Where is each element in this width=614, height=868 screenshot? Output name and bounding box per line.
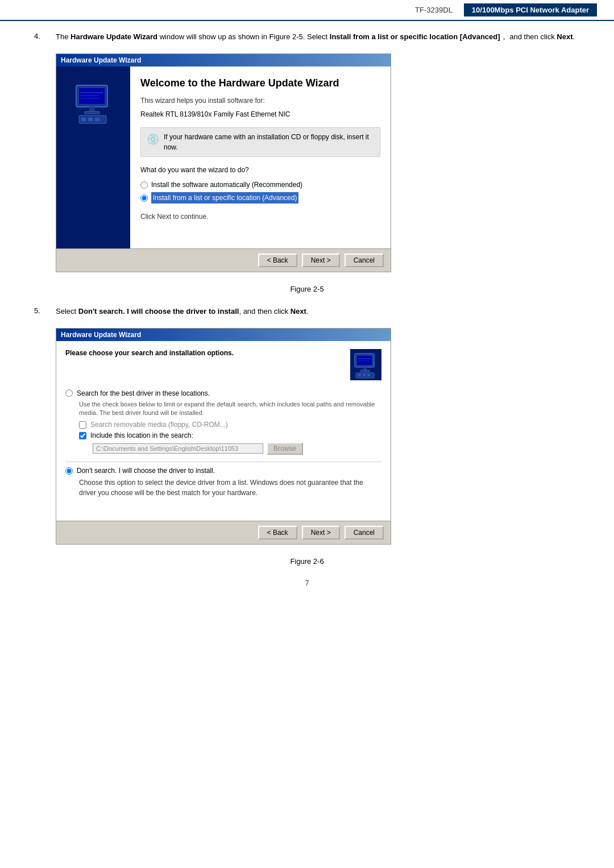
- dialog2-header-row: Please choose your search and installati…: [65, 349, 381, 380]
- svg-rect-18: [360, 370, 370, 372]
- dialog2-window: Hardware Update Wizard Please choose you…: [56, 328, 391, 545]
- dialog2-path-input[interactable]: [93, 443, 263, 454]
- dialog2-dont-option-row: Don't search. I will choose the driver t…: [65, 467, 381, 475]
- dialog2-cancel-button[interactable]: Cancel: [345, 526, 384, 539]
- dialog2-browse-button[interactable]: Browse: [267, 442, 303, 455]
- dialog2-hardware-icon: [350, 349, 381, 380]
- page-header: TF-3239DL 10/100Mbps PCI Network Adapter: [0, 0, 614, 21]
- dialog1-continue: Click Next to continue.: [140, 211, 380, 222]
- dialog1-sidebar: [56, 67, 130, 248]
- step4-number: 4.: [34, 31, 56, 40]
- page-number: 7: [34, 579, 580, 587]
- dialog2-search-section: Search for the best driver in these loca…: [65, 389, 381, 455]
- svg-rect-6: [89, 107, 95, 111]
- dialog1-titlebar: Hardware Update Wizard: [56, 54, 391, 67]
- step5-bold2: Next: [291, 307, 306, 315]
- dialog2-body: Please choose your search and installati…: [56, 341, 391, 521]
- step4-bold2: Install from a list or specific location…: [330, 32, 500, 41]
- dialog1-radio2[interactable]: [140, 194, 148, 202]
- dialog2-sub2-checkbox[interactable]: [79, 432, 86, 439]
- svg-rect-20: [358, 374, 361, 376]
- hardware-wizard-icon: [68, 77, 119, 128]
- dialog2-sub2-row: Include this location in the search:: [79, 431, 381, 439]
- dialog1-cd-text: If your hardware came with an installati…: [164, 132, 374, 152]
- step5-block: 5. Select Don't search. I will choose th…: [34, 306, 580, 545]
- cd-icon: 💿: [147, 132, 159, 147]
- dialog2-search-option-row: Search for the best driver in these loca…: [65, 389, 381, 397]
- dialog2-search-label: Search for the best driver in these loca…: [77, 389, 210, 397]
- step4-row: 4. The Hardware Update Wizard window wil…: [34, 31, 580, 43]
- dialog2-sub1-checkbox[interactable]: [79, 421, 86, 429]
- dialog1-option1-label: Install the software automatically (Reco…: [151, 180, 302, 190]
- dialog1-subtitle: This wizard helps you install software f…: [140, 95, 380, 106]
- dialog2-footer: < Back Next > Cancel: [56, 521, 391, 544]
- dialog2-divider: [65, 462, 381, 462]
- header-model: TF-3239DL: [415, 6, 453, 14]
- svg-rect-2: [79, 88, 105, 104]
- dialog1-footer: < Back Next > Cancel: [56, 248, 391, 272]
- header-product: 10/100Mbps PCI Network Adapter: [464, 3, 597, 16]
- dialog1-back-button[interactable]: < Back: [258, 254, 297, 267]
- dialog2-search-radio[interactable]: [65, 389, 73, 397]
- dialog2-back-button[interactable]: < Back: [258, 526, 297, 539]
- svg-rect-21: [363, 374, 366, 376]
- step5-bold1: Don't search. I will choose the driver t…: [78, 307, 239, 315]
- dialog1-radio1[interactable]: [140, 181, 148, 189]
- dialog2-dont-section: Don't search. I will choose the driver t…: [65, 467, 381, 498]
- dialog1-option2-label: Install from a list or specific location…: [151, 192, 298, 203]
- svg-rect-7: [85, 111, 99, 114]
- step4-block: 4. The Hardware Update Wizard window wil…: [34, 31, 580, 272]
- dialog1-option2: Install from a list or specific location…: [140, 192, 380, 203]
- dialog1-question: What do you want the wizard to do?: [140, 165, 380, 175]
- svg-rect-17: [363, 367, 367, 370]
- dialog2-dont-desc: Choose this option to select the device …: [79, 477, 381, 498]
- svg-rect-14: [357, 356, 372, 365]
- dialog2-spacer: [65, 505, 381, 516]
- dialog2-dont-radio[interactable]: [65, 467, 73, 475]
- dialog2-dont-label: Don't search. I will choose the driver t…: [77, 467, 215, 475]
- dialog2-path-row: Browse: [93, 442, 381, 455]
- dialog2-sub-options: Use the check boxes below to limit or ex…: [79, 400, 381, 455]
- dialog2-sub1-label: Search removable media (floppy, CD-ROM..…: [90, 421, 228, 429]
- step5-row: 5. Select Don't search. I will choose th…: [34, 306, 580, 318]
- figure6-caption: Figure 2-6: [34, 557, 580, 566]
- dialog2-next-button[interactable]: Next >: [302, 526, 340, 539]
- svg-rect-11: [95, 118, 99, 121]
- dialog1-next-button[interactable]: Next >: [302, 254, 340, 267]
- dialog1-device: Realtek RTL 8139/810x Family Fast Ethern…: [140, 109, 380, 119]
- dialog2-sub2-label: Include this location in the search:: [90, 431, 193, 439]
- step4-text: The Hardware Update Wizard window will s…: [56, 31, 575, 43]
- dialog1-main: Welcome to the Hardware Update Wizard Th…: [130, 67, 391, 248]
- step5-text: Select Don't search. I will choose the d…: [56, 306, 309, 318]
- svg-rect-9: [81, 118, 86, 121]
- svg-rect-22: [367, 374, 370, 376]
- dialog1-window: Hardware Update Wizard: [56, 53, 391, 272]
- dialog1-option1: Install the software automatically (Reco…: [140, 180, 380, 190]
- svg-rect-10: [88, 118, 93, 121]
- figure5-caption: Figure 2-5: [34, 285, 580, 293]
- dialog1-cancel-button[interactable]: Cancel: [345, 254, 384, 267]
- step5-number: 5.: [34, 306, 56, 315]
- dialog2-sub1-row: Search removable media (floppy, CD-ROM..…: [79, 421, 381, 429]
- dialog1-title: Welcome to the Hardware Update Wizard: [140, 77, 380, 90]
- dialog2-header-text: Please choose your search and installati…: [65, 349, 234, 357]
- dialog1-body: Welcome to the Hardware Update Wizard Th…: [56, 67, 391, 248]
- page-content: 4. The Hardware Update Wizard window wil…: [0, 31, 614, 610]
- dialog2-titlebar: Hardware Update Wizard: [56, 329, 391, 341]
- dialog2-search-desc: Use the check boxes below to limit or ex…: [79, 400, 381, 418]
- dialog1-cd-notice: 💿 If your hardware came with an installa…: [140, 127, 380, 157]
- step4-bold3: Next: [557, 32, 572, 41]
- step4-bold1: Hardware Update Wizard: [70, 32, 157, 41]
